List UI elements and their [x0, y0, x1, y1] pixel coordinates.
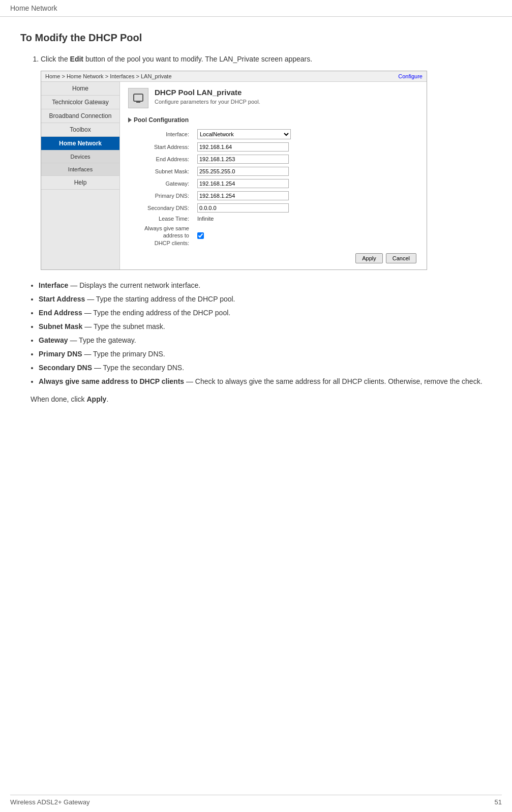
input-secondary-dns[interactable] [197, 203, 289, 213]
input-gateway[interactable] [197, 179, 289, 188]
bullet-primary-dns: Primary DNS — Type the primary DNS. [39, 349, 492, 359]
sim-nav-bar: Home > Home Network > Interfaces > LAN_p… [41, 71, 427, 82]
input-end-address[interactable] [197, 155, 289, 164]
checkbox-row [197, 232, 415, 239]
bullet-gateway: Gateway — Type the gateway. [39, 335, 492, 346]
bullet-list: Interface — Displays the current network… [39, 280, 492, 387]
bullet-always-same-bold: Always give same address to DHCP clients [39, 377, 184, 385]
bullet-primary-dns-text: — Type the primary DNS. [82, 350, 165, 358]
bullet-secondary-dns-text: — Type the secondary DNS. [92, 364, 184, 372]
main-content: To Modify the DHCP Pool Click the Edit b… [0, 17, 512, 445]
panel-subtitle: Configure parameters for your DHCP pool. [155, 99, 418, 105]
when-done-text-after: . [106, 395, 108, 403]
sim-panel: DHCP Pool LAN_private Configure paramete… [120, 82, 427, 269]
field-secondary-dns: Secondary DNS: [128, 202, 418, 214]
label-gateway: Gateway: [128, 177, 194, 190]
bullet-always-same: Always give same address to DHCP clients… [39, 376, 492, 387]
bullet-subnet-mask-bold: Subnet Mask [39, 322, 82, 330]
input-subnet-mask[interactable] [197, 167, 289, 176]
sidebar-item-homenetwork[interactable]: Home Network [41, 137, 119, 151]
form-table: Interface: LocalNetwork Start [128, 128, 418, 248]
bullet-start-address-text: — Type the starting address of the DHCP … [85, 295, 235, 303]
bullet-primary-dns-bold: Primary DNS [39, 350, 82, 358]
label-subnet-mask: Subnet Mask: [128, 165, 194, 177]
field-lease-time: Lease Time: Infinite [128, 214, 418, 223]
expand-icon [128, 117, 132, 123]
field-interface: Interface: LocalNetwork [128, 128, 418, 141]
sim-buttons: Apply Cancel [128, 253, 418, 263]
sidebar-item-toolbox[interactable]: Toolbox [41, 123, 119, 137]
label-primary-dns: Primary DNS: [128, 190, 194, 202]
cancel-button[interactable]: Cancel [386, 253, 416, 263]
label-secondary-dns: Secondary DNS: [128, 202, 194, 214]
bullet-always-same-text: — Check to always give the same address … [184, 377, 482, 385]
screenshot-box: Home > Home Network > Interfaces > LAN_p… [41, 71, 427, 270]
edit-bold: Edit [70, 55, 83, 63]
label-interface: Interface: [128, 128, 194, 141]
bullet-interface-text: — Displays the current network interface… [68, 281, 200, 289]
label-start-address: Start Address: [128, 141, 194, 153]
sidebar-item-help[interactable]: Help [41, 176, 119, 190]
pool-config-label: Pool Configuration [134, 116, 189, 124]
breadcrumb: Home > Home Network > Interfaces > LAN_p… [45, 73, 172, 79]
when-done-apply-bold: Apply [87, 395, 107, 403]
field-gateway: Gateway: [128, 177, 418, 190]
field-subnet-mask: Subnet Mask: [128, 165, 418, 177]
sim-panel-info: DHCP Pool LAN_private Configure paramete… [155, 88, 418, 112]
bullet-end-address: End Address — Type the ending address of… [39, 308, 492, 318]
lease-time-value: Infinite [197, 216, 214, 222]
bullet-subnet-mask: Subnet Mask — Type the subnet mask. [39, 321, 492, 332]
pool-config-header: Pool Configuration [128, 116, 418, 124]
bullet-gateway-text: — Type the gateway. [68, 336, 136, 344]
input-primary-dns[interactable] [197, 191, 289, 200]
label-lease-time: Lease Time: [128, 214, 194, 223]
sim-sidebar: Home Technicolor Gateway Broadband Conne… [41, 82, 120, 269]
field-primary-dns: Primary DNS: [128, 190, 418, 202]
sim-body: Home Technicolor Gateway Broadband Conne… [41, 82, 427, 269]
page-footer: Wireless ADSL2+ Gateway 51 [10, 795, 502, 806]
when-done-paragraph: When done, click Apply. [31, 394, 492, 405]
field-always-same: Always give same address toDHCP clients: [128, 223, 418, 248]
when-done-text-before: When done, click [31, 395, 87, 403]
footer-right: 51 [495, 798, 502, 806]
label-end-address: End Address: [128, 153, 194, 165]
bullet-end-address-text: — Type the ending address of the DHCP po… [82, 309, 230, 317]
bullet-interface-bold: Interface [39, 281, 68, 289]
bullet-start-address: Start Address — Type the starting addres… [39, 294, 492, 305]
bullet-end-address-bold: End Address [39, 309, 82, 317]
configure-link[interactable]: Configure [398, 73, 423, 79]
dhcp-icon [128, 88, 148, 108]
bullet-interface: Interface — Displays the current network… [39, 280, 492, 291]
label-always-same: Always give same address toDHCP clients: [128, 223, 194, 248]
svg-rect-0 [134, 94, 143, 101]
sidebar-item-home[interactable]: Home [41, 82, 119, 96]
sidebar-item-interfaces[interactable]: Interfaces [41, 163, 119, 176]
bullet-secondary-dns-bold: Secondary DNS [39, 364, 92, 372]
sim-panel-top: DHCP Pool LAN_private Configure paramete… [128, 88, 418, 112]
sidebar-item-technicolor[interactable]: Technicolor Gateway [41, 96, 119, 109]
header-title: Home Network [10, 4, 57, 12]
field-start-address: Start Address: [128, 141, 418, 153]
step-1-text: Click the Edit button of the pool you wa… [41, 54, 492, 65]
bullet-gateway-bold: Gateway [39, 336, 68, 344]
input-interface[interactable]: LocalNetwork [197, 129, 291, 139]
sidebar-item-devices[interactable]: Devices [41, 151, 119, 163]
sidebar-item-broadband[interactable]: Broadband Connection [41, 109, 119, 123]
section-title: To Modify the DHCP Pool [20, 32, 492, 44]
field-end-address: End Address: [128, 153, 418, 165]
input-start-address[interactable] [197, 142, 289, 152]
bullet-secondary-dns: Secondary DNS — Type the secondary DNS. [39, 363, 492, 373]
apply-button[interactable]: Apply [355, 253, 383, 263]
step-1: Click the Edit button of the pool you wa… [41, 54, 492, 270]
bullet-start-address-bold: Start Address [39, 295, 85, 303]
page-header: Home Network [0, 0, 512, 17]
checkbox-always-same[interactable] [197, 232, 204, 239]
panel-title: DHCP Pool LAN_private [155, 88, 418, 97]
footer-left: Wireless ADSL2+ Gateway [10, 798, 89, 806]
bullet-subnet-mask-text: — Type the subnet mask. [82, 322, 165, 330]
